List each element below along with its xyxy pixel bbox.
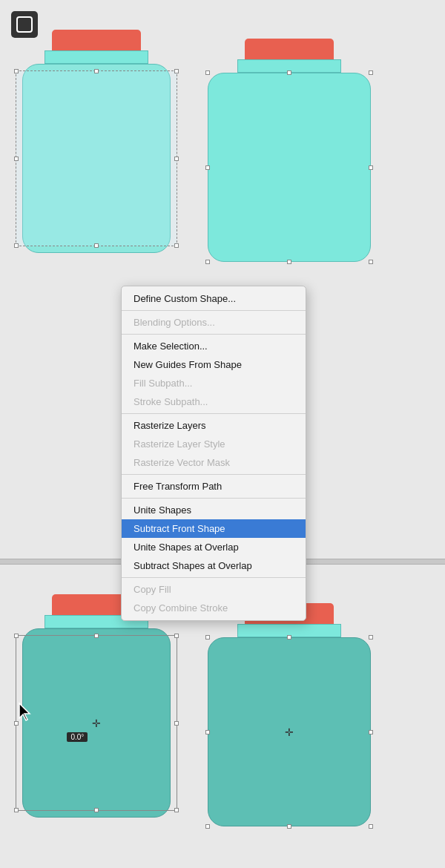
br-handle-bl <box>205 824 210 829</box>
bl-handle-bl <box>14 808 19 812</box>
r-handle-tr <box>369 70 373 75</box>
menu-item-subtract-shapes-at-overlap[interactable]: Subtract Shapes at Overlap <box>122 556 306 575</box>
bl-handle-tl <box>14 634 19 638</box>
move-cursor-icon <box>16 702 37 723</box>
menu-divider-4 <box>122 474 306 475</box>
br-handle-ml <box>205 730 210 734</box>
menu-item-rasterize-layers[interactable]: Rasterize Layers <box>122 416 306 435</box>
menu-item-subtract-front-shape[interactable]: Subtract Front Shape <box>122 519 306 538</box>
menu-item-make-selection[interactable]: Make Selection... <box>122 337 306 355</box>
jar-body-bottom-right-wrapper: ✛ <box>208 637 371 826</box>
r-handle-mr <box>369 165 373 170</box>
jar-left <box>22 30 171 262</box>
handle-bl <box>14 243 19 248</box>
bl-handle-tr <box>174 634 179 638</box>
menu-item-rasterize-layer-style: Rasterize Layer Style <box>122 435 306 453</box>
menu-item-copy-fill: Copy Fill <box>122 580 306 599</box>
jar-bottom-left: ✛ 0.0° <box>22 594 171 826</box>
menu-divider-5 <box>122 498 306 499</box>
bottom-spacer <box>7 834 438 868</box>
jar-body-left <box>22 64 171 253</box>
jar-bottom-right: ✛ <box>208 594 371 826</box>
move-crosshair-right: ✛ <box>285 726 294 738</box>
canvas-area-top <box>7 15 438 269</box>
menu-item-free-transform-path[interactable]: Free Transform Path <box>122 477 306 496</box>
br-handle-mr <box>369 730 373 734</box>
bl-handle-br <box>174 808 179 812</box>
menu-item-unite-shapes-at-overlap[interactable]: Unite Shapes at Overlap <box>122 538 306 556</box>
move-crosshair: ✛ <box>92 717 101 729</box>
handle-mr <box>174 157 179 161</box>
br-handle-tr <box>369 635 373 640</box>
br-handle-br <box>369 824 373 829</box>
jar-body-right <box>208 73 371 262</box>
handle-tr <box>174 69 179 73</box>
jar-neck-left <box>44 50 148 64</box>
bl-handle-bc <box>94 808 99 812</box>
transform-tooltip: 0.0° <box>67 732 88 742</box>
jar-body-bottom-left: ✛ 0.0° <box>22 628 171 818</box>
menu-divider-6 <box>122 577 306 578</box>
handle-tl <box>14 69 19 73</box>
r-handle-bc <box>287 260 291 264</box>
menu-item-copy-combine-stroke: Copy Combine Stroke <box>122 599 306 617</box>
handle-br <box>174 243 179 248</box>
handle-ml <box>14 157 19 161</box>
menu-divider-2 <box>122 334 306 335</box>
r-handle-br <box>369 260 373 264</box>
r-handle-bl <box>205 260 210 264</box>
bl-handle-tc <box>94 634 99 638</box>
menu-item-rasterize-vector-mask: Rasterize Vector Mask <box>122 453 306 472</box>
menu-item-blending-options: Blending Options... <box>122 313 306 332</box>
svg-marker-0 <box>19 703 30 720</box>
menu-item-fill-subpath: Fill Subpath... <box>122 374 306 392</box>
context-menu: Define Custom Shape... Blending Options.… <box>121 286 306 621</box>
top-canvas-section: Define Custom Shape... Blending Options.… <box>0 0 445 559</box>
bl-handle-mr <box>174 721 179 726</box>
jar-cap-left <box>52 30 141 50</box>
menu-divider-3 <box>122 413 306 414</box>
menu-divider-1 <box>122 310 306 311</box>
menu-item-new-guides-from-shape[interactable]: New Guides From Shape <box>122 355 306 374</box>
menu-item-unite-shapes[interactable]: Unite Shapes <box>122 501 306 519</box>
menu-item-stroke-subpath: Stroke Subpath... <box>122 392 306 411</box>
selection-overlay-left <box>16 70 177 246</box>
arrow-cursor-svg <box>16 702 37 723</box>
handle-tc <box>94 69 99 73</box>
jar-body-right-wrapper <box>208 73 371 262</box>
br-handle-bc <box>287 824 291 829</box>
r-handle-ml <box>205 165 210 170</box>
menu-item-define-custom-shape[interactable]: Define Custom Shape... <box>122 289 306 308</box>
r-handle-tl <box>205 70 210 75</box>
br-handle-tc <box>287 635 291 640</box>
br-handle-tl <box>205 635 210 640</box>
handle-bc <box>94 243 99 248</box>
r-handle-tc <box>287 70 291 75</box>
jar-cap-right <box>245 39 334 59</box>
jar-right <box>208 30 371 262</box>
